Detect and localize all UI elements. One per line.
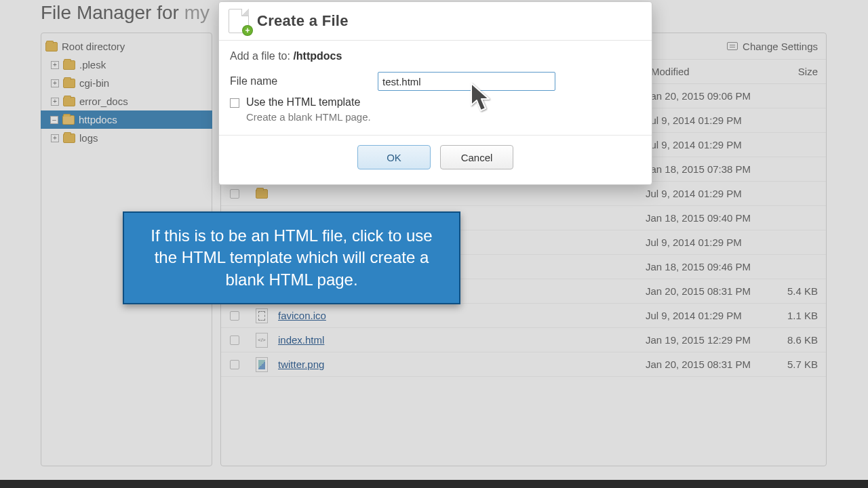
folder-icon [63, 79, 75, 88]
settings-icon [727, 42, 738, 50]
expand-toggle-icon[interactable]: + [51, 134, 59, 142]
file-type-icon [256, 308, 268, 323]
file-modified: Jul 9, 2014 01:29 PM [646, 310, 768, 321]
file-size: 8.6 KB [768, 334, 822, 346]
file-modified: Jul 9, 2014 01:29 PM [646, 139, 768, 150]
change-settings-label: Change Settings [743, 41, 818, 52]
folder-icon [63, 97, 75, 106]
folder-icon [45, 42, 58, 52]
file-type-icon [256, 333, 268, 348]
file-name-link[interactable]: twitter.png [275, 359, 646, 370]
dialog-title: Create a File [257, 12, 349, 30]
file-name-link[interactable]: index.html [275, 334, 646, 346]
expand-toggle-icon[interactable]: + [51, 61, 59, 69]
table-row[interactable]: favicon.icoJul 9, 2014 01:29 PM1.1 KB [221, 304, 826, 328]
tree-item-httpdocs[interactable]: –httpdocs [41, 110, 212, 129]
html-template-checkbox[interactable] [230, 98, 239, 108]
file-modified: Jul 9, 2014 01:29 PM [646, 237, 768, 248]
file-size: 5.4 KB [768, 285, 822, 297]
tree-item-label: cgi-bin [79, 77, 208, 89]
plus-badge-icon: + [243, 26, 252, 35]
col-modified[interactable]: Modified [646, 66, 768, 77]
filename-input[interactable] [378, 72, 555, 91]
tree-item-label: error_docs [79, 96, 208, 107]
filename-label: File name [230, 75, 366, 87]
file-name-link[interactable]: favicon.ico [275, 310, 646, 321]
file-modified: Jan 18, 2015 09:40 PM [646, 212, 768, 224]
tree-item-logs[interactable]: +logs [41, 129, 212, 147]
file-size: 5.7 KB [768, 359, 822, 370]
footer-bar [0, 480, 868, 488]
col-size[interactable]: Size [768, 66, 822, 77]
file-modified: Jan 20, 2015 09:06 PM [646, 90, 768, 102]
row-checkbox[interactable] [230, 360, 239, 369]
row-checkbox[interactable] [230, 311, 239, 321]
row-checkbox[interactable] [230, 189, 239, 199]
tree-item-label: httpdocs [79, 114, 208, 125]
file-type-icon [256, 357, 268, 372]
expand-toggle-icon[interactable]: + [51, 79, 59, 87]
tree-root[interactable]: Root directory [41, 37, 212, 56]
title-prefix: File Manager for [41, 2, 184, 23]
tree-item-label: logs [79, 132, 208, 144]
row-checkbox[interactable] [230, 336, 239, 345]
html-template-label[interactable]: Use the HTML template [246, 96, 371, 108]
file-type-icon [256, 189, 268, 199]
page-title: File Manager for my [41, 2, 210, 24]
page: File Manager for my Root directory+.ples… [0, 0, 868, 488]
file-modified: Jan 18, 2015 09:46 PM [646, 261, 768, 272]
table-row[interactable]: Jul 9, 2014 01:29 PM [221, 182, 826, 206]
tree-item-label: .plesk [79, 59, 208, 70]
html-template-desc: Create a blank HTML page. [246, 111, 371, 123]
file-modified: Jan 19, 2015 12:29 PM [646, 334, 768, 346]
dialog-subtext: Add a file to: /httpdocs [230, 50, 641, 62]
title-domain: my [184, 2, 210, 23]
expand-toggle-icon[interactable]: + [51, 98, 59, 106]
tree-item-cgi-bin[interactable]: +cgi-bin [41, 74, 212, 92]
folder-icon [63, 134, 75, 143]
tree-item--plesk[interactable]: +.plesk [41, 56, 212, 74]
file-modified: Jul 9, 2014 01:29 PM [646, 115, 768, 126]
file-modified: Jul 9, 2014 01:29 PM [646, 188, 768, 199]
ok-button[interactable]: OK [357, 145, 431, 169]
expand-toggle-icon[interactable]: – [50, 116, 58, 124]
table-row[interactable]: twitter.pngJan 20, 2015 08:31 PM5.7 KB [221, 352, 826, 377]
file-size: 1.1 KB [768, 310, 822, 321]
create-file-dialog: + Create a File Add a file to: /httpdocs… [218, 1, 652, 185]
change-settings-button[interactable]: Change Settings [727, 41, 818, 52]
folder-icon [63, 60, 75, 70]
instruction-callout: If this is to be an HTML file, click to … [123, 211, 460, 304]
tree-item-error-docs[interactable]: +error_docs [41, 92, 212, 110]
folder-icon [62, 115, 75, 125]
table-row[interactable]: index.htmlJan 19, 2015 12:29 PM8.6 KB [221, 328, 826, 352]
file-modified: Jan 18, 2015 07:38 PM [646, 163, 768, 175]
file-modified: Jan 20, 2015 08:31 PM [646, 285, 768, 297]
new-file-icon: + [229, 9, 249, 33]
file-modified: Jan 20, 2015 08:31 PM [646, 359, 768, 370]
cancel-button[interactable]: Cancel [440, 145, 513, 169]
